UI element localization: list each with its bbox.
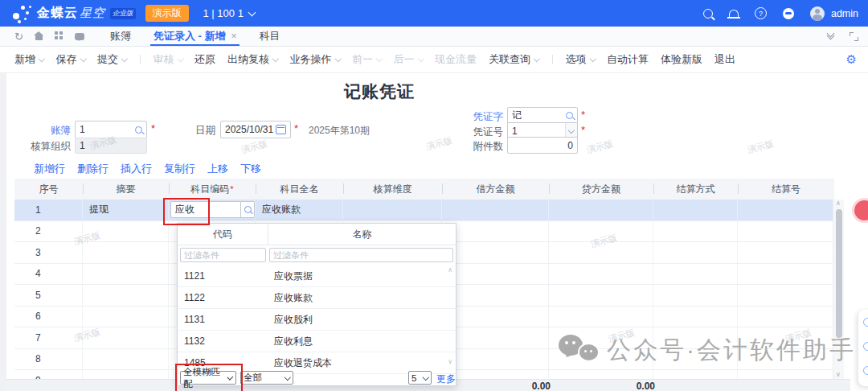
apps-grid-icon[interactable] [55, 31, 58, 35]
settlement-no-cell[interactable] [738, 370, 834, 379]
summary-cell[interactable] [83, 370, 169, 379]
settlement-no-cell[interactable] [738, 221, 834, 242]
settlement-cell[interactable] [653, 221, 738, 242]
summary-cell[interactable] [83, 264, 169, 285]
home-icon[interactable] [35, 35, 43, 40]
tab-2[interactable]: 科目 [259, 27, 280, 46]
tab-0[interactable]: 账簿 [110, 27, 131, 46]
settings-gear-icon[interactable]: ⚙ [846, 53, 857, 65]
settlement-cell[interactable] [653, 307, 738, 327]
help-icon[interactable]: ? [755, 7, 767, 19]
notification-bell-icon[interactable] [729, 10, 739, 18]
page-size-select[interactable]: 5 [408, 371, 432, 385]
side-panel-icon[interactable] [863, 318, 868, 327]
toolbar-button-4[interactable]: 还原 [194, 52, 215, 67]
settlement-cell[interactable] [653, 242, 738, 263]
debit-cell[interactable] [442, 242, 549, 263]
toolbar-button-0[interactable]: 新增 [14, 52, 44, 67]
settlement-cell[interactable] [653, 200, 738, 220]
popup-scroll-up-icon[interactable]: ∧ [448, 267, 452, 274]
message-icon[interactable] [75, 33, 84, 40]
seq-cell[interactable]: 3 [14, 242, 83, 263]
account-option-1131[interactable]: 1131应收股利 [178, 309, 456, 331]
settlement-cell[interactable] [653, 264, 738, 285]
credit-cell[interactable] [549, 285, 653, 306]
debit-cell[interactable] [442, 221, 549, 242]
row-action-0[interactable]: 新增行 [34, 162, 65, 176]
row-action-1[interactable]: 删除行 [77, 162, 108, 176]
credit-cell[interactable] [549, 370, 653, 379]
toolbar-button-14[interactable]: 退出 [714, 52, 735, 67]
row-action-4[interactable]: 上移 [207, 162, 228, 176]
toolbar-button-13[interactable]: 体验新版 [661, 52, 702, 67]
collapse-toolbar-icon[interactable] [828, 34, 833, 39]
side-panel-icon[interactable] [863, 366, 868, 375]
tab-1[interactable]: 凭证录入 - 新增× [154, 27, 237, 46]
scope-select[interactable]: 全部 [240, 371, 293, 385]
settlement-no-cell[interactable] [738, 200, 834, 220]
toolbar-button-10[interactable]: 关联查询 [489, 52, 539, 67]
voucher-row-1[interactable]: 1提现应收应收账款 [14, 200, 834, 221]
row-action-5[interactable]: 下移 [240, 162, 261, 176]
debit-cell[interactable] [442, 285, 549, 306]
tab-close-icon[interactable]: × [231, 31, 236, 42]
dimension-cell[interactable] [343, 200, 442, 220]
attachment-input[interactable]: 0 [507, 137, 578, 154]
settlement-no-cell[interactable] [738, 264, 834, 285]
settlement-cell[interactable] [653, 370, 738, 379]
code-filter-input[interactable] [180, 248, 266, 262]
row-action-2[interactable]: 插入行 [121, 162, 152, 176]
scrollbar-thumb[interactable] [836, 209, 842, 338]
settlement-cell[interactable] [653, 285, 738, 306]
account-name-cell[interactable]: 应收账款 [256, 200, 343, 220]
name-filter-input[interactable] [269, 248, 453, 262]
debit-cell[interactable] [442, 349, 549, 370]
side-panel-icon[interactable] [863, 342, 868, 351]
calendar-icon[interactable] [276, 125, 286, 134]
debit-cell[interactable] [442, 200, 549, 220]
floating-badge-icon[interactable] [854, 200, 868, 220]
seq-cell[interactable]: 9 [14, 370, 83, 379]
username-label[interactable]: admin [831, 8, 858, 19]
seq-cell[interactable]: 5 [14, 285, 83, 306]
debit-cell[interactable] [442, 307, 549, 327]
summary-cell[interactable] [83, 242, 169, 263]
voucher-word-input[interactable]: 记 [507, 107, 578, 124]
seq-cell[interactable]: 1 [14, 200, 83, 220]
settlement-no-cell[interactable] [738, 307, 834, 327]
scroll-down-icon[interactable]: ∨ [836, 372, 841, 378]
settlement-no-cell[interactable] [738, 242, 834, 263]
scroll-up-icon[interactable]: ∧ [836, 200, 841, 207]
org-selector[interactable]: 1 | 100 1 [203, 7, 255, 19]
account-option-1132[interactable]: 1132应收利息 [178, 331, 456, 352]
toolbar-button-6[interactable]: 业务操作 [290, 52, 341, 67]
account-code-lookup-button[interactable] [241, 201, 255, 218]
search-icon[interactable] [703, 9, 713, 19]
summary-cell[interactable] [83, 349, 169, 370]
credit-cell[interactable] [549, 200, 653, 220]
lookup-magnifier-icon[interactable] [566, 112, 573, 119]
lookup-magnifier-icon[interactable] [135, 126, 142, 134]
seq-cell[interactable]: 4 [14, 264, 83, 285]
floating-side-panel[interactable] [858, 310, 868, 386]
seq-cell[interactable]: 6 [14, 307, 83, 327]
seq-cell[interactable]: 7 [14, 327, 83, 348]
summary-cell[interactable] [83, 285, 169, 306]
debit-cell[interactable] [442, 370, 549, 379]
row-action-3[interactable]: 复制行 [164, 162, 195, 176]
more-link[interactable]: 更多 [436, 372, 456, 386]
date-input[interactable]: 2025/10/31 [220, 121, 291, 138]
toolbar-button-1[interactable]: 保存 [56, 52, 86, 67]
refresh-icon[interactable]: ↻ [14, 31, 23, 42]
account-option-1121[interactable]: 1121应收票据 [178, 265, 456, 287]
credit-cell[interactable] [549, 264, 653, 285]
user-avatar[interactable] [810, 6, 825, 21]
toolbar-button-11[interactable]: 选项 [566, 52, 596, 67]
summary-cell[interactable] [83, 307, 169, 327]
seq-cell[interactable]: 8 [14, 349, 83, 370]
status-toggle-icon[interactable] [783, 8, 794, 19]
toolbar-button-12[interactable]: 自动计算 [607, 52, 649, 67]
popup-scroll-down-icon[interactable]: ∨ [448, 359, 452, 365]
fullscreen-icon[interactable] [850, 32, 858, 41]
toolbar-button-2[interactable]: 提交 [97, 52, 127, 67]
